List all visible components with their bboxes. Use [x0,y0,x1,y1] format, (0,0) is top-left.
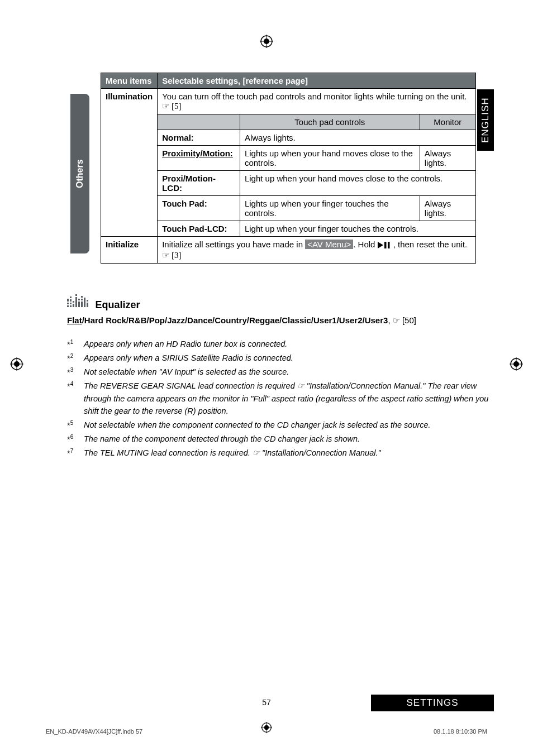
svg-rect-24 [75,294,77,296]
initialize-description: Initialize all settings you have made in… [158,237,476,264]
equalizer-presets: Flat/Hard Rock/R&B/Pop/Jazz/Dance/Countr… [67,315,494,326]
svg-rect-15 [67,299,69,302]
illumination-proximity-touchpad: Lights up when your hand moves close to … [240,146,420,171]
initialize-desc-mid: . Hold [353,240,377,249]
illumination-proxlcd-label: Proxi/Motion-LCD: [158,171,240,196]
illumination-tplcd-value: Light up when your finger touches the co… [240,221,475,237]
eq-rest: /Hard Rock/R&B/Pop/Jazz/Dance/Country/Re… [82,315,388,325]
subheader-monitor: Monitor [420,114,475,130]
footnote-2: *2Appears only when a SIRIUS Satellite R… [67,352,494,365]
svg-rect-21 [70,305,72,307]
svg-rect-30 [81,302,83,307]
page: ENGLISH Others Menu items Selectable set… [0,0,533,756]
svg-rect-20 [70,303,72,304]
settings-section-badge: SETTINGS [371,695,494,711]
illumination-touchpad-touchpad: Lights up when your finger touches the c… [240,196,420,221]
reference-icon: ☞ [3] [162,250,181,260]
equalizer-icon [67,294,89,311]
illumination-normal-label: Normal: [158,130,240,146]
av-menu-tag: <AV Menu> [305,240,353,249]
settings-table: Menu items Selectable settings, [referen… [101,73,476,264]
eq-ref: , ☞ [50] [388,315,416,325]
footnote-6: *6The name of the component detected thr… [67,433,494,446]
illumination-normal-value: Always lights. [240,130,475,146]
illumination-desc-text: You can turn off the touch pad controls … [162,92,467,101]
page-number: 57 [262,698,271,707]
equalizer-title: Equalizer [95,299,140,311]
svg-rect-16 [67,303,69,304]
footer-timestamp: 08.1.18 8:10:30 PM [434,728,487,735]
footnote-3: *3Not selectable when "AV Input" is sele… [67,366,494,379]
print-registration-mark-top [260,35,273,51]
svg-rect-33 [87,303,88,307]
svg-rect-32 [87,300,88,302]
svg-rect-28 [81,296,83,298]
illumination-touchpad-monitor: Always lights. [420,196,475,221]
svg-rect-27 [78,302,80,307]
illumination-tplcd-label: Touch Pad-LCD: [158,221,240,237]
header-menu-items: Menu items [101,73,158,89]
print-registration-mark-bottom [261,722,272,736]
svg-rect-19 [70,299,72,302]
svg-rect-25 [75,297,77,307]
footnote-1: *1Appears only when an HD Radio tuner bo… [67,338,494,351]
footnote-7: *7The TEL MUTING lead connection is requ… [67,447,494,460]
footer-filename: EN_KD-ADV49AVX44[JC]ff.indb 57 [46,728,142,735]
svg-rect-18 [70,296,72,298]
illumination-proxlcd-value: Light up when your hand moves close to t… [240,171,475,196]
illumination-touchpad-label: Touch Pad: [158,196,240,221]
illumination-proximity-label: Proximity/Motion: [158,146,240,171]
footnote-4: *4The REVERSE GEAR SIGNAL lead connectio… [67,380,494,417]
print-registration-mark-left [10,357,23,374]
svg-rect-22 [73,301,74,303]
header-selectable-settings: Selectable settings, [reference page] [158,73,476,89]
svg-rect-23 [73,304,74,307]
svg-rect-26 [78,299,80,300]
svg-rect-31 [84,298,85,307]
svg-marker-12 [378,242,383,248]
footnotes: *1Appears only when an HD Radio tuner bo… [67,338,494,460]
equalizer-section: Equalizer Flat/Hard Rock/R&B/Pop/Jazz/Da… [67,294,494,326]
sidebar-category-others: Others [70,94,89,253]
reference-icon: ☞ [5] [162,101,181,111]
print-registration-mark-right [510,357,523,374]
menu-item-initialize: Initialize [101,237,158,264]
eq-flat: Flat [67,315,82,325]
footnote-5: *5Not selectable when the component conn… [67,419,494,432]
initialize-desc-post: , then reset the unit. [393,240,468,249]
play-pause-icon [378,241,393,250]
subheader-blank [158,114,240,130]
subheader-touchpad: Touch pad controls [240,114,420,130]
svg-rect-13 [384,242,387,248]
initialize-desc-pre: Initialize all settings you have made in [162,240,305,249]
illumination-proximity-monitor: Always lights. [420,146,475,171]
svg-rect-17 [67,305,69,307]
menu-item-illumination: Illumination [101,89,158,237]
illumination-description: You can turn off the touch pad controls … [158,89,476,114]
language-tab: ENGLISH [477,89,494,151]
svg-rect-14 [388,242,390,248]
svg-rect-29 [81,299,83,300]
